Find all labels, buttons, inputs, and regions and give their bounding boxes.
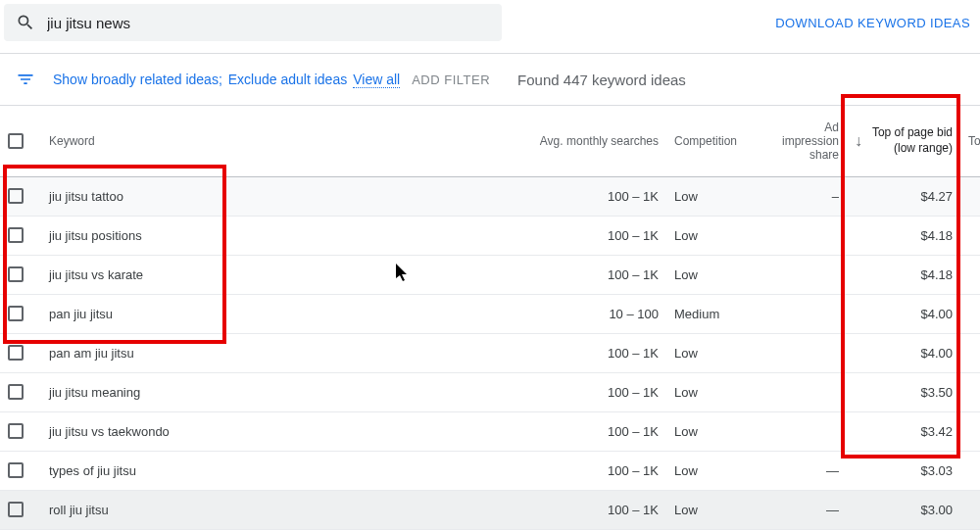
top-bar: DOWNLOAD KEYWORD IDEAS bbox=[0, 0, 980, 54]
select-all-checkbox[interactable] bbox=[8, 133, 24, 149]
row-checkbox[interactable] bbox=[8, 423, 24, 439]
cell-share: — bbox=[762, 451, 847, 490]
add-filter-button[interactable]: ADD FILTER bbox=[412, 72, 490, 87]
cell-competition: Low bbox=[666, 176, 762, 216]
cell-bid: $4.18 bbox=[847, 255, 960, 294]
row-checkbox[interactable] bbox=[8, 266, 24, 282]
table-row[interactable]: pan am jiu jitsu100 – 1KLow$4.00 bbox=[0, 333, 980, 372]
cell-searches: 100 – 1K bbox=[516, 411, 666, 451]
cell-keyword: jiu jitsu vs taekwondo bbox=[41, 411, 516, 451]
cell-searches: 100 – 1K bbox=[516, 372, 666, 411]
keyword-table: Keyword Avg. monthly searches Competitio… bbox=[0, 106, 980, 530]
sort-arrow-down-icon: ↓ bbox=[855, 132, 862, 150]
search-input[interactable] bbox=[47, 15, 490, 31]
cell-share: — bbox=[762, 490, 847, 529]
column-ad-share[interactable]: Ad impression share bbox=[762, 106, 847, 176]
cell-competition: Low bbox=[666, 490, 762, 529]
download-keyword-ideas-link[interactable]: DOWNLOAD KEYWORD IDEAS bbox=[775, 16, 970, 30]
cell-share: – bbox=[762, 176, 847, 216]
cell-keyword: roll jiu jitsu bbox=[41, 490, 516, 529]
cell-bid: $4.00 bbox=[847, 294, 960, 333]
column-searches[interactable]: Avg. monthly searches bbox=[516, 106, 666, 176]
cell-competition: Medium bbox=[666, 294, 762, 333]
filter-exclude-adult[interactable]: Exclude adult ideas bbox=[228, 72, 347, 87]
cell-share bbox=[762, 411, 847, 451]
table-row[interactable]: jiu jitsu vs karate100 – 1KLow$4.18 bbox=[0, 255, 980, 294]
filter-broadly-related[interactable]: Show broadly related ideas; bbox=[53, 72, 222, 87]
table-row[interactable]: pan jiu jitsu10 – 100Medium$4.00 bbox=[0, 294, 980, 333]
row-checkbox[interactable] bbox=[8, 227, 24, 243]
column-competition[interactable]: Competition bbox=[666, 106, 762, 176]
cell-searches: 100 – 1K bbox=[516, 216, 666, 255]
cell-bid: $4.18 bbox=[847, 216, 960, 255]
cell-competition: Low bbox=[666, 255, 762, 294]
cell-keyword: pan am jiu jitsu bbox=[41, 333, 516, 372]
cell-searches: 100 – 1K bbox=[516, 176, 666, 216]
table-row[interactable]: jiu jitsu tattoo100 – 1KLow–$4.27 bbox=[0, 176, 980, 216]
cell-competition: Low bbox=[666, 216, 762, 255]
filter-icon[interactable] bbox=[16, 70, 35, 89]
table-row[interactable]: types of jiu jitsu100 – 1KLow—$3.03 bbox=[0, 451, 980, 490]
search-icon bbox=[16, 13, 35, 32]
found-keywords-text: Found 447 keyword ideas bbox=[517, 72, 686, 88]
column-keyword[interactable]: Keyword bbox=[41, 106, 516, 176]
cell-bid: $4.00 bbox=[847, 333, 960, 372]
cell-searches: 10 – 100 bbox=[516, 294, 666, 333]
cell-keyword: jiu jitsu positions bbox=[41, 216, 516, 255]
table-row[interactable]: jiu jitsu vs taekwondo100 – 1KLow$3.42 bbox=[0, 411, 980, 451]
cell-share bbox=[762, 333, 847, 372]
table-row[interactable]: jiu jitsu positions100 – 1KLow$4.18 bbox=[0, 216, 980, 255]
cell-competition: Low bbox=[666, 411, 762, 451]
search-box[interactable] bbox=[4, 4, 502, 41]
filter-bar: Show broadly related ideas; Exclude adul… bbox=[0, 54, 980, 106]
cell-searches: 100 – 1K bbox=[516, 333, 666, 372]
table-row[interactable]: roll jiu jitsu100 – 1KLow—$3.00 bbox=[0, 490, 980, 529]
cell-share bbox=[762, 372, 847, 411]
row-checkbox[interactable] bbox=[8, 502, 24, 517]
cell-bid: $3.50 bbox=[847, 372, 960, 411]
cell-share bbox=[762, 255, 847, 294]
cell-keyword: jiu jitsu tattoo bbox=[41, 176, 516, 216]
cell-share bbox=[762, 216, 847, 255]
filter-view-all[interactable]: View all bbox=[353, 72, 400, 88]
cell-share bbox=[762, 294, 847, 333]
cell-searches: 100 – 1K bbox=[516, 255, 666, 294]
cell-competition: Low bbox=[666, 451, 762, 490]
cell-bid: $4.27 bbox=[847, 176, 960, 216]
cell-bid: $3.42 bbox=[847, 411, 960, 451]
cell-keyword: jiu jitsu vs karate bbox=[41, 255, 516, 294]
cell-keyword: jiu jitsu meaning bbox=[41, 372, 516, 411]
cell-searches: 100 – 1K bbox=[516, 490, 666, 529]
column-bid-low[interactable]: ↓ Top of page bid (low range) bbox=[847, 106, 960, 176]
row-checkbox[interactable] bbox=[8, 384, 24, 400]
cell-competition: Low bbox=[666, 372, 762, 411]
cell-searches: 100 – 1K bbox=[516, 451, 666, 490]
cell-keyword: pan jiu jitsu bbox=[41, 294, 516, 333]
cell-bid: $3.03 bbox=[847, 451, 960, 490]
column-last[interactable]: To bbox=[960, 106, 980, 176]
cell-competition: Low bbox=[666, 333, 762, 372]
row-checkbox[interactable] bbox=[8, 188, 24, 204]
row-checkbox[interactable] bbox=[8, 462, 24, 478]
table-header-row: Keyword Avg. monthly searches Competitio… bbox=[0, 106, 980, 176]
table-row[interactable]: jiu jitsu meaning100 – 1KLow$3.50 bbox=[0, 372, 980, 411]
cell-bid: $3.00 bbox=[847, 490, 960, 529]
row-checkbox[interactable] bbox=[8, 345, 24, 361]
row-checkbox[interactable] bbox=[8, 306, 24, 321]
cell-keyword: types of jiu jitsu bbox=[41, 451, 516, 490]
